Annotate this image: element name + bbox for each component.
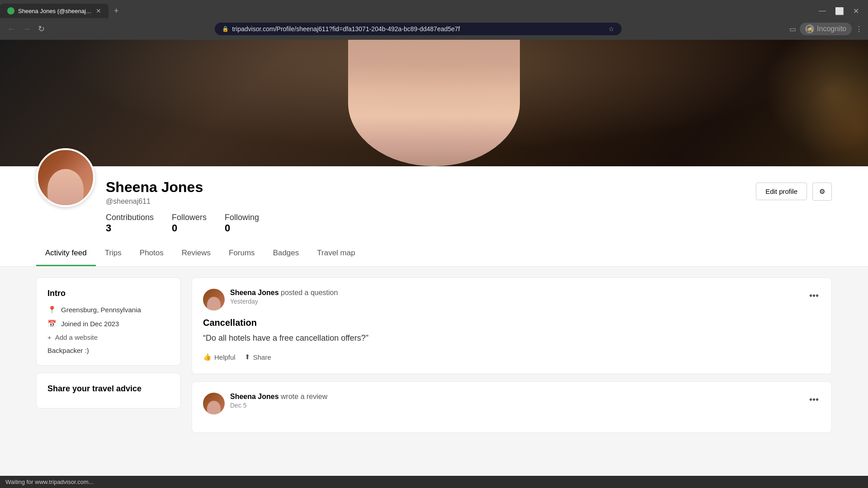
close-tab-icon[interactable]: ✕ xyxy=(96,7,101,14)
forward-button[interactable]: → xyxy=(21,23,33,36)
profile-header: Sheena Jones @sheenaj611 Contributions 3… xyxy=(36,166,832,234)
lock-icon: 🔒 xyxy=(222,26,229,32)
avatar-container xyxy=(36,148,95,207)
feed-action-1: posted a question xyxy=(281,289,338,296)
main-content: Intro 📍 Greensburg, Pennsylvania 📅 Joine… xyxy=(0,267,868,488)
share-icon: ⬆ xyxy=(245,353,250,361)
tab-title: Sheena Jones (@sheenaj611) - T... xyxy=(18,8,92,14)
feed-user-line-2: Sheena Jones wrote a review xyxy=(230,393,802,401)
add-website-link[interactable]: + Add a website xyxy=(47,333,170,341)
intro-card: Intro 📍 Greensburg, Pennsylvania 📅 Joine… xyxy=(36,277,181,366)
page-content: Sheena Jones @sheenaj611 Contributions 3… xyxy=(0,40,868,488)
settings-button[interactable]: ⚙ xyxy=(812,183,832,201)
bookmark-icon[interactable]: ☆ xyxy=(609,25,614,33)
edit-profile-button[interactable]: Edit profile xyxy=(756,183,807,200)
location-item: 📍 Greensburg, Pennsylvania xyxy=(47,305,170,314)
reload-button[interactable]: ↻ xyxy=(36,22,47,36)
svg-point-0 xyxy=(9,9,13,13)
contributions-stat: Contributions 3 xyxy=(106,213,154,234)
plus-icon: + xyxy=(47,333,52,341)
feed-more-button-2[interactable]: ••• xyxy=(807,393,821,407)
minimize-icon[interactable]: — xyxy=(815,5,830,17)
feed-card-2: Sheena Jones wrote a review Dec 5 ••• xyxy=(192,381,832,433)
location-icon: 📍 xyxy=(47,305,57,314)
feed-action-2: wrote a review xyxy=(281,393,327,400)
feed-user-name-1[interactable]: Sheena Jones xyxy=(230,289,279,296)
tab-travel-map[interactable]: Travel map xyxy=(308,241,364,266)
followers-stat[interactable]: Followers 0 xyxy=(172,213,207,234)
cover-photo xyxy=(0,40,868,166)
contributions-label: Contributions xyxy=(106,213,154,222)
address-bar[interactable]: 🔒 tripadvisor.com/Profile/sheenaj611?fid… xyxy=(215,23,622,35)
feed-user-line-1: Sheena Jones posted a question xyxy=(230,289,802,297)
tab-trips[interactable]: Trips xyxy=(96,241,131,266)
sidebar: Intro 📍 Greensburg, Pennsylvania 📅 Joine… xyxy=(36,277,181,482)
contributions-value: 3 xyxy=(106,222,154,234)
tab-favicon xyxy=(7,7,14,14)
followers-value: 0 xyxy=(172,222,207,234)
tab-badges[interactable]: Badges xyxy=(264,241,308,266)
followers-label: Followers xyxy=(172,213,207,222)
profile-info: Sheena Jones @sheenaj611 Contributions 3… xyxy=(106,175,745,234)
feed-header-text-1: Sheena Jones posted a question Yesterday xyxy=(230,289,802,305)
cast-icon[interactable]: ▭ xyxy=(789,25,796,33)
maximize-icon[interactable]: ⬜ xyxy=(831,5,848,17)
following-label: Following xyxy=(225,213,259,222)
avatar-face xyxy=(47,169,84,207)
toolbar-right: ▭ 🕵 Incognito ⋮ xyxy=(789,23,863,35)
following-stat[interactable]: Following 0 xyxy=(225,213,259,234)
cover-overlay xyxy=(0,40,868,166)
feed-more-button-1[interactable]: ••• xyxy=(807,289,821,303)
feed-post-title-1: Cancellation xyxy=(203,318,821,328)
share-travel-title: Share your travel advice xyxy=(47,384,170,394)
share-button-1[interactable]: ⬆ Share xyxy=(245,351,271,363)
profile-tabs: Activity feed Trips Photos Reviews Forum… xyxy=(36,241,832,266)
feed-avatar-1 xyxy=(203,289,225,310)
feed-post-actions-1: 👍 Helpful ⬆ Share xyxy=(203,351,821,363)
browser-chrome: Sheena Jones (@sheenaj611) - T... ✕ + — … xyxy=(0,0,868,40)
avatar xyxy=(36,148,95,207)
tab-activity-feed[interactable]: Activity feed xyxy=(36,241,96,266)
add-website-label: Add a website xyxy=(55,333,98,341)
feed-post-quote-1: “Do all hotels have a free cancellation … xyxy=(203,333,821,344)
incognito-button: 🕵 Incognito xyxy=(800,23,852,35)
feed-card-header-1: Sheena Jones posted a question Yesterday… xyxy=(203,289,821,310)
back-button[interactable]: ← xyxy=(5,23,17,36)
url-text: tripadvisor.com/Profile/sheenaj611?fid=d… xyxy=(232,25,605,33)
bio-text: Backpacker :) xyxy=(47,347,170,354)
activity-feed: Sheena Jones posted a question Yesterday… xyxy=(192,277,832,482)
profile-username: @sheenaj611 xyxy=(106,197,745,206)
feed-card-header-2: Sheena Jones wrote a review Dec 5 ••• xyxy=(203,393,821,414)
feed-user-name-2[interactable]: Sheena Jones xyxy=(230,393,279,400)
status-text: Waiting for www.tripadvisor.com... xyxy=(5,479,94,485)
close-window-icon[interactable]: ✕ xyxy=(849,5,863,17)
tab-reviews[interactable]: Reviews xyxy=(173,241,220,266)
calendar-icon: 📅 xyxy=(47,319,57,328)
profile-name: Sheena Jones xyxy=(106,179,745,196)
helpful-label-1: Helpful xyxy=(214,353,236,361)
thumbs-up-icon: 👍 xyxy=(203,353,212,361)
status-bar: Waiting for www.tripadvisor.com... xyxy=(0,476,868,488)
feed-card-1: Sheena Jones posted a question Yesterday… xyxy=(192,277,832,374)
tab-photos[interactable]: Photos xyxy=(131,241,173,266)
tab-forums[interactable]: Forums xyxy=(220,241,264,266)
share-travel-card: Share your travel advice xyxy=(36,373,181,408)
feed-avatar-face-1 xyxy=(207,297,221,310)
window-controls: — ⬜ ✕ xyxy=(815,5,868,17)
profile-section: Sheena Jones @sheenaj611 Contributions 3… xyxy=(0,166,868,267)
joined-text: Joined in Dec 2023 xyxy=(61,320,119,328)
menu-icon[interactable]: ⋮ xyxy=(855,25,863,33)
profile-stats: Contributions 3 Followers 0 Following 0 xyxy=(106,213,745,234)
feed-avatar-face-2 xyxy=(207,401,221,414)
share-label-1: Share xyxy=(253,353,271,361)
profile-actions: Edit profile ⚙ xyxy=(756,175,832,201)
new-tab-button[interactable]: + xyxy=(108,6,124,16)
helpful-button-1[interactable]: 👍 Helpful xyxy=(203,351,236,363)
active-tab[interactable]: Sheena Jones (@sheenaj611) - T... ✕ xyxy=(0,4,108,18)
feed-avatar-2 xyxy=(203,393,225,414)
browser-toolbar: ← → ↻ 🔒 tripadvisor.com/Profile/sheenaj6… xyxy=(0,18,868,40)
browser-tabs-bar: Sheena Jones (@sheenaj611) - T... ✕ + — … xyxy=(0,0,868,18)
location-text: Greensburg, Pennsylvania xyxy=(61,306,141,314)
joined-item: 📅 Joined in Dec 2023 xyxy=(47,319,170,328)
following-value: 0 xyxy=(225,222,259,234)
